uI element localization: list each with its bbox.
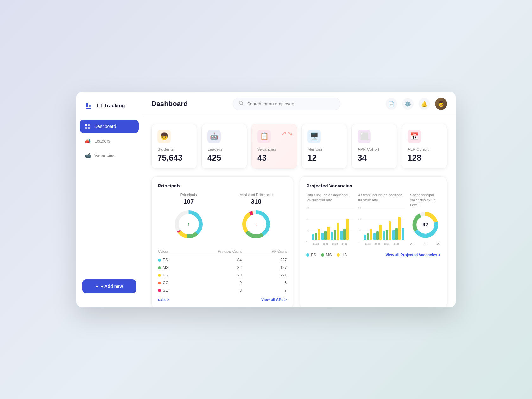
principals-sub-value: 107 bbox=[158, 198, 219, 205]
lower-panels: Principals Principals 107 bbox=[151, 176, 447, 307]
svg-text:0: 0 bbox=[358, 240, 360, 243]
sidebar-item-dashboard[interactable]: Dashboard bbox=[80, 120, 139, 133]
sidebar: LT Tracking Dashboard 📣 Leaders bbox=[76, 92, 142, 307]
search-input[interactable] bbox=[247, 101, 334, 106]
proj-chart-1-title: Totals include an additional 5% turnover… bbox=[306, 193, 354, 203]
row-se-color: SE bbox=[158, 288, 197, 293]
row-ms-color: MS bbox=[158, 265, 197, 270]
segment-label-21: 21 bbox=[410, 242, 414, 246]
label-hs: HS bbox=[163, 273, 168, 277]
leaders-card-icon: 🤖 bbox=[207, 130, 221, 143]
leaders-card-value: 425 bbox=[207, 153, 241, 163]
add-new-button[interactable]: + + Add new bbox=[82, 279, 136, 293]
bar-chart-1: 30 20 10 0 bbox=[306, 205, 354, 250]
dot-se bbox=[158, 289, 161, 292]
ap-donut: ↓ bbox=[240, 208, 272, 240]
svg-line-5 bbox=[242, 104, 244, 105]
students-label: Students bbox=[157, 147, 191, 152]
row-co-color: CO bbox=[158, 281, 197, 285]
svg-text:20: 20 bbox=[306, 218, 309, 221]
user-avatar[interactable]: 👨 bbox=[435, 98, 447, 110]
svg-text:22-23: 22-23 bbox=[323, 243, 328, 245]
row-es-color: ES bbox=[158, 258, 197, 262]
row-co-ap: 3 bbox=[242, 281, 287, 285]
legend-dot-es bbox=[306, 253, 309, 256]
col-header-principal: Principal Count bbox=[197, 250, 242, 253]
table-footer: oals > View all APs > bbox=[158, 294, 287, 302]
sidebar-item-leaders[interactable]: 📣 Leaders bbox=[80, 134, 139, 148]
svg-rect-2 bbox=[85, 127, 87, 129]
svg-rect-3 bbox=[88, 127, 90, 129]
sidebar-item-vacancies[interactable]: 📹 Vacancies bbox=[80, 149, 139, 162]
avatar-emoji: 👨 bbox=[438, 100, 445, 107]
principals-sub: Principals 107 bbox=[158, 193, 219, 243]
dot-hs bbox=[158, 274, 161, 277]
arrow-up-icon: ↗ bbox=[282, 130, 286, 137]
leaders-icon: 📣 bbox=[85, 138, 91, 144]
leaders-card-label: Leaders bbox=[207, 147, 241, 152]
proj-chart-2-title: Assitant include an additional turnover … bbox=[358, 193, 406, 203]
mentors-card: 🖥️ Mentors 12 bbox=[301, 124, 347, 169]
svg-rect-30 bbox=[331, 232, 333, 240]
principals-top: Principals 107 bbox=[158, 193, 287, 243]
row-ms-ap: 127 bbox=[242, 265, 287, 270]
label-se: SE bbox=[163, 288, 168, 293]
dot-ms bbox=[158, 266, 161, 269]
svg-rect-51 bbox=[376, 231, 379, 240]
alp-cohort-icon: 📅 bbox=[408, 130, 421, 143]
row-hs-color: HS bbox=[158, 273, 197, 277]
proj-chart-3-title: 5 year principal vacancies by Ed Level bbox=[410, 193, 440, 207]
bell-icon: 🔔 bbox=[421, 101, 428, 107]
vacancies-label: Vacancies bbox=[257, 147, 291, 152]
nav-items: Dashboard 📣 Leaders 📹 Vacancies bbox=[76, 120, 142, 274]
segment-label-45: 45 bbox=[424, 242, 427, 246]
table-header: Colour Principal Count AP Count bbox=[158, 248, 287, 255]
document-icon: 📄 bbox=[388, 101, 395, 107]
view-aps-link[interactable]: View all APs > bbox=[261, 297, 287, 302]
alp-cohort-value: 128 bbox=[408, 153, 441, 163]
projected-grid: Totals include an additional 5% turnover… bbox=[306, 193, 440, 250]
sidebar-item-dashboard-label: Dashboard bbox=[94, 124, 116, 129]
svg-rect-25 bbox=[315, 233, 317, 240]
legend-dot-ms bbox=[321, 253, 324, 256]
document-button[interactable]: 📄 bbox=[386, 98, 397, 110]
dot-es bbox=[158, 259, 161, 262]
notifications-button[interactable]: 🔔 bbox=[419, 98, 430, 110]
table-row-es: ES 84 227 bbox=[158, 256, 287, 264]
projected-panel-title: Projected Vacancies bbox=[306, 183, 440, 188]
gear-icon: ⚙️ bbox=[405, 101, 411, 107]
app-cohort-value: 34 bbox=[358, 153, 391, 163]
table-row-hs: HS 28 221 bbox=[158, 271, 287, 279]
svg-rect-58 bbox=[398, 217, 401, 240]
header-actions: 📄 ⚙️ 🔔 👨 bbox=[386, 98, 447, 110]
principals-donut-arrow: ↑ bbox=[187, 221, 190, 227]
view-all-projected-label[interactable]: View all Projected Vacancies > bbox=[385, 253, 440, 257]
svg-rect-34 bbox=[343, 229, 346, 240]
leaders-card: 🤖 Leaders 425 bbox=[201, 124, 247, 169]
settings-button[interactable]: ⚙️ bbox=[402, 98, 414, 110]
svg-rect-54 bbox=[386, 230, 388, 240]
svg-text:20: 20 bbox=[358, 218, 361, 221]
principals-panel-title: Principals bbox=[158, 183, 287, 188]
col-header-ap: AP Count bbox=[242, 250, 287, 253]
principals-table: Colour Principal Count AP Count ES 84 22… bbox=[158, 248, 287, 294]
projected-panel: Projected Vacancies Totals include an ad… bbox=[300, 176, 447, 307]
principals-panel: Principals Principals 107 bbox=[151, 176, 293, 307]
svg-text:30: 30 bbox=[358, 207, 361, 210]
row-se-principal: 3 bbox=[197, 288, 242, 293]
main-content: Dashboard 📄 ⚙️ 🔔 bbox=[142, 92, 456, 307]
svg-rect-31 bbox=[334, 230, 336, 240]
svg-text:23-24: 23-24 bbox=[332, 243, 338, 245]
svg-text:10: 10 bbox=[358, 229, 361, 232]
proj-chart-3: 5 year principal vacancies by Ed Level bbox=[410, 193, 440, 250]
search-bar[interactable] bbox=[233, 98, 340, 110]
svg-rect-49 bbox=[370, 229, 372, 240]
view-all-projected[interactable]: View all Projected Vacancies > bbox=[385, 253, 440, 257]
label-co: CO bbox=[163, 281, 168, 285]
vacancies-card-icon: 📋 bbox=[257, 130, 271, 143]
dot-co bbox=[158, 282, 161, 284]
svg-rect-52 bbox=[379, 225, 382, 240]
svg-rect-27 bbox=[321, 233, 324, 240]
view-principals-link[interactable]: oals > bbox=[158, 297, 169, 302]
svg-rect-56 bbox=[392, 230, 395, 240]
